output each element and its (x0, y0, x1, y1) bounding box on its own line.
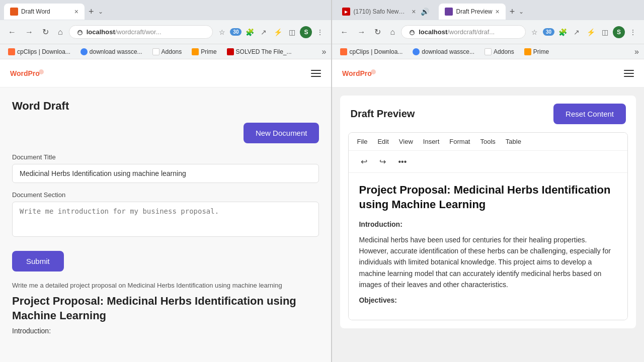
svg-text:WordPro: WordPro (342, 69, 372, 77)
menu-edit[interactable]: Edit (377, 138, 388, 145)
menu-btn[interactable]: ⋮ (314, 26, 326, 38)
sync-btn[interactable]: ⚡ (272, 26, 284, 38)
left-app-header: WordPro (0, 59, 331, 87)
send-btn[interactable]: ↗ (258, 26, 270, 38)
bookmark-prime[interactable]: Prime (189, 47, 219, 56)
left-home-btn[interactable]: ⌂ (55, 26, 66, 39)
ext-badge-1: 30 (230, 28, 242, 36)
extensions-btn[interactable]: 🧩 (244, 26, 256, 38)
address-text: localhost/wordcraft/wor... (87, 28, 162, 36)
draft-preview-card: Draft Preview Reset Content File Edit Vi… (340, 96, 636, 328)
right-tab-overflow-btn[interactable]: ⌄ (519, 8, 524, 15)
menu-file[interactable]: File (357, 138, 367, 145)
left-hamburger-menu[interactable] (311, 70, 321, 77)
right-main-content: Draft Preview Reset Content File Edit Vi… (332, 87, 644, 362)
right-extensions-btn[interactable]: 🧩 (556, 26, 569, 38)
left-tab-title: Draft Word (21, 8, 71, 15)
menu-format[interactable]: Format (449, 138, 470, 145)
right-bookmark-cpclips[interactable]: cpClips | Downloa... (337, 47, 406, 56)
bookmark-download[interactable]: download wassce... (77, 47, 145, 56)
menu-insert[interactable]: Insert (423, 138, 440, 145)
bookmark-solved[interactable]: SOLVED The File_... (224, 47, 295, 56)
right-prime-icon (524, 48, 531, 55)
document-section-textarea[interactable] (12, 202, 319, 237)
bookmark-solved-label: SOLVED The File_... (236, 48, 292, 55)
cpclips-icon (8, 48, 15, 55)
right-sidebar-btn[interactable]: ◫ (599, 26, 611, 38)
reset-content-btn[interactable]: Reset Content (553, 104, 626, 124)
bookmark-addons-label: Addons (162, 48, 182, 55)
right-bookmark-download-label: download wassce... (422, 48, 474, 55)
sidebar-btn[interactable]: ◫ (286, 26, 298, 38)
submit-btn[interactable]: Submit (12, 251, 64, 272)
left-add-tab-btn[interactable]: + (87, 5, 96, 19)
menu-view[interactable]: View (399, 138, 413, 145)
redo-btn[interactable]: ↪ (375, 155, 390, 168)
right-back-btn[interactable]: ← (337, 26, 351, 39)
menu-table[interactable]: Table (506, 138, 521, 145)
right-sync-btn[interactable]: ⚡ (585, 26, 597, 38)
left-main-content: Word Draft New Document Document Title D… (0, 87, 331, 362)
right-home-btn[interactable]: ⌂ (387, 26, 398, 39)
draft-preview-title: Draft Preview (350, 108, 415, 120)
document-section-label: Document Section (12, 191, 319, 199)
prime-icon (192, 48, 199, 55)
wordpro-logo: WordPro (10, 68, 45, 79)
right-bookmark-star-btn[interactable]: ☆ (529, 26, 541, 38)
new-doc-btn-row: New Document (12, 123, 319, 143)
document-title-label: Document Title (12, 153, 319, 161)
right-address-input[interactable]: localhost/wordcraft/draf... (401, 25, 526, 39)
right-bookmark-download[interactable]: download wassce... (410, 47, 477, 56)
right-google-icon (413, 48, 420, 55)
bookmarks-overflow-btn[interactable]: » (322, 47, 327, 56)
left-back-btn[interactable]: ← (5, 26, 19, 39)
more-tools-btn[interactable]: ••• (394, 155, 411, 168)
bookmark-download-label: download wassce... (90, 48, 142, 55)
right-send-btn[interactable]: ↗ (571, 26, 583, 38)
right-yt-volume-icon[interactable]: 🔊 (419, 6, 431, 18)
right-wordpro-logo: WordPro (342, 68, 377, 79)
right-hamburger-menu[interactable] (624, 70, 634, 77)
word-draft-title: Word Draft (12, 100, 319, 113)
right-bookmarks-overflow-btn[interactable]: » (634, 47, 639, 56)
bookmark-cpclips-label: cpClips | Downloa... (17, 48, 70, 55)
left-tab-close[interactable]: × (74, 8, 78, 16)
bookmark-addons[interactable]: Addons (149, 47, 185, 56)
right-yt-tab-close[interactable]: × (412, 8, 416, 16)
right-browser-pane: ▶ (1710) Safo Newman - Ak... × 🔊 Draft P… (332, 0, 644, 362)
left-active-tab[interactable]: Draft Word × (4, 4, 85, 20)
right-forward-btn[interactable]: → (354, 26, 368, 39)
new-document-btn[interactable]: New Document (244, 123, 319, 143)
menu-tools[interactable]: Tools (480, 138, 495, 145)
right-app-header: WordPro (332, 59, 644, 87)
right-yt-favicon: ▶ (342, 8, 350, 16)
right-preview-tab[interactable]: Draft Preview × (439, 4, 505, 20)
right-profile-icon[interactable]: S (613, 26, 625, 38)
left-tab-favicon (10, 8, 18, 16)
profile-icon[interactable]: S (300, 26, 312, 38)
left-address-actions: ☆ 30 🧩 ↗ ⚡ ◫ S ⋮ (216, 26, 326, 38)
right-bookmark-prime[interactable]: Prime (521, 47, 552, 56)
document-title-input[interactable] (12, 164, 319, 183)
editor-intro-label: Introduction: (359, 219, 617, 230)
left-refresh-btn[interactable]: ↻ (39, 25, 52, 39)
undo-btn[interactable]: ↩ (357, 155, 371, 168)
right-youtube-tab[interactable]: ▶ (1710) Safo Newman - Ak... × 🔊 (336, 4, 437, 20)
left-address-bar: ← → ↻ ⌂ localhost/wordcraft/wor... ☆ 30 … (0, 20, 331, 44)
left-address-input[interactable]: localhost/wordcraft/wor... (69, 25, 213, 39)
editor-body[interactable]: Project Proposal: Medicinal Herbs Identi… (349, 173, 627, 320)
left-forward-btn[interactable]: → (22, 26, 36, 39)
right-bookmarks-bar: cpClips | Downloa... download wassce... … (332, 44, 644, 59)
bookmark-cpclips[interactable]: cpClips | Downloa... (5, 47, 73, 56)
document-title-group: Document Title (12, 153, 319, 183)
right-refresh-btn[interactable]: ↻ (371, 25, 384, 39)
bookmark-star-btn[interactable]: ☆ (216, 26, 228, 38)
left-title-bar: Draft Word × + ⌄ (0, 0, 331, 20)
left-tab-overflow-btn[interactable]: ⌄ (98, 8, 103, 15)
right-add-tab-btn[interactable]: + (508, 5, 517, 19)
right-bookmark-addons[interactable]: Addons (481, 47, 517, 56)
bookmark-prime-label: Prime (201, 48, 216, 55)
right-preview-tab-close[interactable]: × (496, 8, 500, 16)
right-bookmark-prime-label: Prime (533, 48, 549, 55)
right-menu-btn[interactable]: ⋮ (627, 26, 639, 38)
